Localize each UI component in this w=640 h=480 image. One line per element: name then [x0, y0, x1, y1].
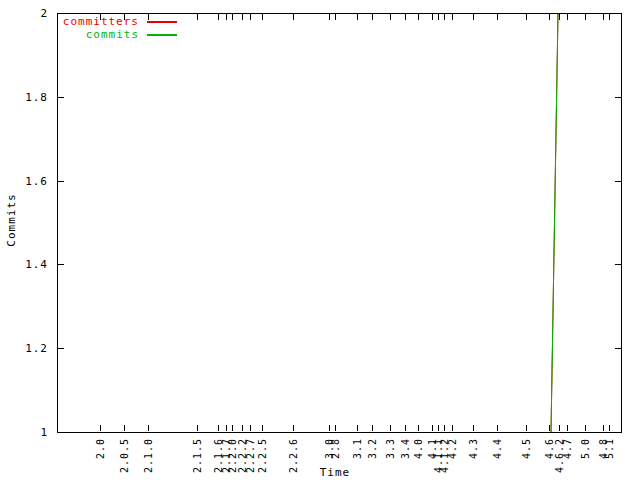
- legend-label-commits: commits: [57, 28, 139, 41]
- series-line-commits: [551, 13, 558, 432]
- x-tick-label: 2.0: [95, 438, 106, 459]
- x-tick-label: 2.1.0: [143, 438, 154, 473]
- x-tick-label: 2.2.7: [245, 438, 256, 473]
- x-tick-label: 3.1: [352, 438, 363, 459]
- legend-entry-commits: commits: [57, 28, 177, 41]
- x-tick-label: 2.2.6: [288, 438, 299, 473]
- y-tick-label: 1.8: [25, 91, 48, 104]
- x-axis-title: Time: [320, 466, 351, 479]
- legend-line-sample-committers: [147, 21, 177, 23]
- x-tick-label: 5.1: [604, 438, 615, 459]
- x-tick-label: 4.2: [447, 438, 458, 459]
- y-tick-label: 1: [40, 426, 48, 439]
- chart-canvas: 11.21.41.61.822.02.0.52.1.02.1.52.1.62.1…: [0, 0, 640, 480]
- plot-border: [58, 14, 622, 433]
- x-tick-label: 3.2: [367, 438, 378, 459]
- x-tick-label: 2.2.5: [257, 438, 268, 473]
- legend-label-committers: committers: [57, 15, 139, 28]
- legend-line-sample-commits: [147, 34, 177, 36]
- y-tick-label: 1.4: [25, 258, 48, 271]
- x-tick-label: 2.0.5: [119, 438, 130, 473]
- y-tick-label: 2: [40, 7, 48, 20]
- legend: committers commits: [57, 15, 177, 41]
- x-tick-label: 3.3: [385, 438, 396, 459]
- x-tick-label: 4.3: [468, 438, 479, 459]
- y-tick-label: 1.2: [25, 342, 48, 355]
- x-tick-label: 4.0: [413, 438, 424, 459]
- y-tick-label: 1.6: [25, 175, 48, 188]
- x-tick-label: 4.4: [492, 438, 503, 459]
- x-tick-label: 5.0: [580, 438, 591, 459]
- x-tick-label: 3.4: [400, 438, 411, 459]
- x-tick-label: 4.5: [521, 438, 532, 459]
- x-tick-label: 2.8: [330, 438, 341, 459]
- x-tick-label: 2.1.5: [192, 438, 203, 473]
- y-axis-title: Commits: [5, 193, 18, 246]
- x-tick-label: 4.7: [562, 438, 573, 459]
- plot-svg: 11.21.41.61.822.02.0.52.1.02.1.52.1.62.1…: [0, 0, 640, 480]
- legend-entry-committers: committers: [57, 15, 177, 28]
